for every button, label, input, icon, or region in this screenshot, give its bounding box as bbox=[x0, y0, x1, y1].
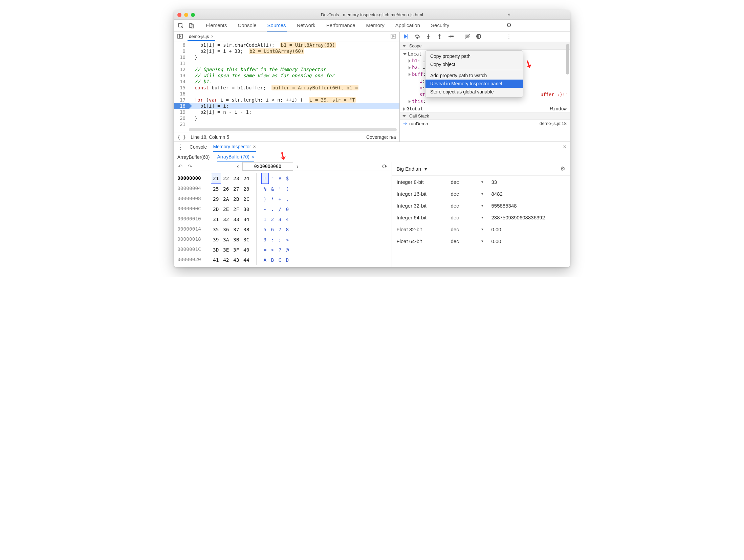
pause-exceptions-icon[interactable] bbox=[476, 34, 482, 40]
ascii-char[interactable]: ; bbox=[276, 235, 284, 245]
hex-row[interactable]: 393A3B3C bbox=[211, 235, 251, 245]
hex-byte[interactable]: 2B bbox=[231, 194, 241, 204]
ascii-char[interactable]: / bbox=[276, 204, 284, 214]
close-tab-icon[interactable]: × bbox=[253, 144, 256, 149]
ascii-row[interactable]: 9:;< bbox=[261, 235, 291, 245]
hex-byte[interactable]: 37 bbox=[231, 224, 241, 235]
hex-byte[interactable]: 33 bbox=[231, 214, 241, 224]
hex-byte[interactable]: 3A bbox=[221, 235, 231, 245]
ascii-char[interactable]: ( bbox=[284, 184, 291, 194]
next-address-icon[interactable]: › bbox=[297, 163, 299, 170]
step-into-icon[interactable] bbox=[425, 34, 431, 40]
hex-byte[interactable]: 42 bbox=[221, 255, 231, 265]
run-snippet-icon[interactable] bbox=[389, 34, 397, 40]
ascii-row[interactable]: =>?@ bbox=[261, 245, 291, 255]
code-line[interactable]: 19 b2[i] = n - i - 1; bbox=[174, 109, 399, 115]
hex-byte[interactable]: 30 bbox=[241, 204, 251, 214]
code-line[interactable]: 14 // b1. bbox=[174, 79, 399, 85]
code-line[interactable]: 8 b1[i] = str.charCodeAt(i); b1 = Uint8A… bbox=[174, 42, 399, 48]
ascii-char[interactable]: " bbox=[269, 173, 276, 184]
ascii-char[interactable]: # bbox=[276, 173, 284, 184]
code-line[interactable]: 10 } bbox=[174, 54, 399, 60]
hex-row[interactable]: 3D3E3F40 bbox=[211, 245, 251, 255]
step-over-icon[interactable] bbox=[414, 34, 420, 40]
code-line[interactable]: 13 // will open the same view as for ope… bbox=[174, 72, 399, 79]
hex-byte[interactable]: 40 bbox=[241, 245, 251, 255]
resume-icon[interactable] bbox=[403, 34, 409, 40]
value-format-select[interactable]: dec bbox=[451, 179, 481, 185]
close-tab-icon[interactable]: × bbox=[251, 154, 254, 159]
main-tab-security[interactable]: Security bbox=[430, 20, 450, 31]
redo-icon[interactable]: ↷ bbox=[188, 163, 192, 170]
hex-byte[interactable]: 43 bbox=[231, 255, 241, 265]
ascii-char[interactable]: 5 bbox=[261, 224, 269, 235]
hex-byte[interactable]: 35 bbox=[211, 224, 221, 235]
value-settings-gear-icon[interactable]: ⚙ bbox=[560, 165, 565, 172]
context-menu-item[interactable]: Copy property path bbox=[425, 52, 523, 60]
context-menu-item[interactable]: Store object as global variable bbox=[425, 88, 523, 96]
code-line[interactable]: 18 b1[i] = i; bbox=[174, 103, 399, 109]
hex-byte[interactable]: 24 bbox=[241, 173, 251, 184]
code-line[interactable]: 9 b2[i] = i + 33; b2 = Uint8Array(60) bbox=[174, 48, 399, 54]
ascii-char[interactable]: 4 bbox=[284, 214, 291, 224]
hex-byte[interactable]: 2C bbox=[241, 194, 251, 204]
hex-byte[interactable]: 3C bbox=[241, 235, 251, 245]
hex-byte[interactable]: 39 bbox=[211, 235, 221, 245]
ascii-char[interactable]: C bbox=[276, 255, 284, 265]
undo-icon[interactable]: ↶ bbox=[178, 163, 182, 170]
ascii-char[interactable]: * bbox=[269, 194, 276, 204]
hex-row[interactable]: 292A2B2C bbox=[211, 194, 251, 204]
ascii-char[interactable]: < bbox=[284, 235, 291, 245]
horizontal-scrollbar[interactable] bbox=[189, 128, 397, 131]
hex-byte[interactable]: 22 bbox=[221, 173, 231, 184]
ascii-row[interactable]: )*+, bbox=[261, 194, 291, 204]
drawer-menu-icon[interactable]: ⋮ bbox=[177, 143, 183, 151]
ascii-char[interactable]: 0 bbox=[284, 204, 291, 214]
drawer-tab-console[interactable]: Console bbox=[190, 142, 207, 152]
deactivate-breakpoints-icon[interactable] bbox=[465, 34, 471, 40]
close-drawer-icon[interactable]: × bbox=[563, 143, 567, 150]
hex-viewer[interactable]: 0000000000000004000000080000000C00000010… bbox=[174, 171, 392, 267]
scope-section-header[interactable]: Scope bbox=[400, 42, 570, 50]
hex-byte[interactable]: 32 bbox=[221, 214, 231, 224]
hex-byte[interactable]: 41 bbox=[211, 255, 221, 265]
main-tab-sources[interactable]: Sources bbox=[267, 20, 287, 31]
ascii-char[interactable]: % bbox=[261, 184, 269, 194]
ascii-char[interactable]: = bbox=[261, 245, 269, 255]
ascii-char[interactable]: A bbox=[261, 255, 269, 265]
ascii-row[interactable]: 5678 bbox=[261, 224, 291, 235]
step-out-icon[interactable] bbox=[437, 34, 442, 40]
ascii-char[interactable]: ' bbox=[276, 184, 284, 194]
buffer-tab[interactable]: ArrayBuffer(70)× bbox=[217, 152, 254, 162]
hex-byte[interactable]: 31 bbox=[211, 214, 221, 224]
hex-byte[interactable]: 26 bbox=[221, 184, 231, 194]
ascii-row[interactable]: %&'( bbox=[261, 184, 291, 194]
hex-byte[interactable]: 2D bbox=[211, 204, 221, 214]
device-toolbar-icon[interactable] bbox=[188, 22, 196, 30]
hex-byte[interactable]: 27 bbox=[231, 184, 241, 194]
context-menu-item[interactable]: Copy object bbox=[425, 60, 523, 68]
ascii-char[interactable]: ! bbox=[261, 173, 269, 184]
ascii-char[interactable]: 7 bbox=[276, 224, 284, 235]
main-tab-memory[interactable]: Memory bbox=[366, 20, 385, 31]
main-tab-performance[interactable]: Performance bbox=[326, 20, 356, 31]
hex-row[interactable]: 35363738 bbox=[211, 224, 251, 235]
code-line[interactable]: 21 bbox=[174, 121, 399, 127]
endian-select[interactable]: Big Endian bbox=[397, 166, 421, 172]
ascii-char[interactable]: 1 bbox=[261, 214, 269, 224]
address-input[interactable] bbox=[242, 162, 293, 171]
hex-byte[interactable]: 23 bbox=[231, 173, 241, 184]
ascii-char[interactable]: . bbox=[269, 204, 276, 214]
ascii-char[interactable]: 6 bbox=[269, 224, 276, 235]
hex-byte[interactable]: 28 bbox=[241, 184, 251, 194]
main-tab-application[interactable]: Application bbox=[395, 20, 421, 31]
hex-byte[interactable]: 34 bbox=[241, 214, 251, 224]
ascii-row[interactable]: !"#$ bbox=[261, 173, 291, 184]
value-format-select[interactable]: dec bbox=[451, 227, 481, 232]
refresh-icon[interactable]: ⟳ bbox=[382, 163, 387, 170]
code-line[interactable]: 12 // Opening this buffer in the Memory … bbox=[174, 66, 399, 72]
hex-byte[interactable]: 3E bbox=[221, 245, 231, 255]
scope-var[interactable]: this: bbox=[403, 98, 568, 105]
inspect-element-icon[interactable] bbox=[177, 22, 185, 30]
main-tab-elements[interactable]: Elements bbox=[205, 20, 228, 31]
